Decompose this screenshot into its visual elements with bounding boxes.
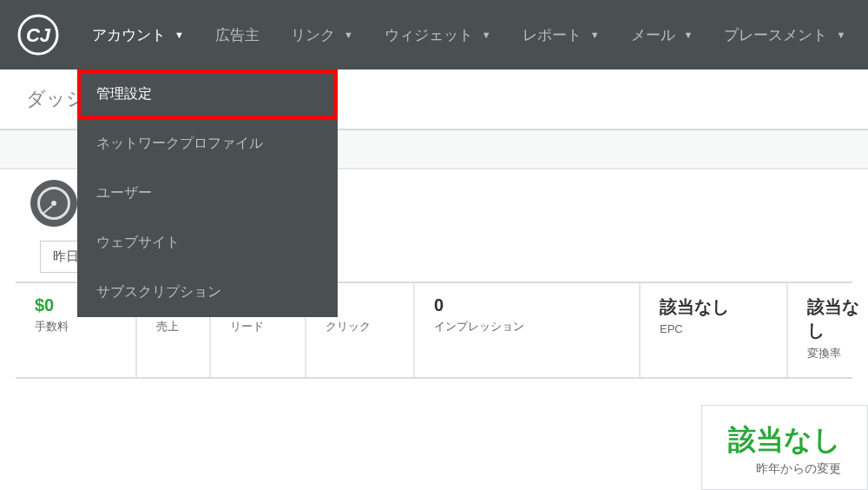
dropdown-admin-settings[interactable]: 管理設定 — [77, 70, 338, 119]
nav-account-label: アカウント — [92, 25, 166, 45]
nav-mail-label: メール — [631, 25, 675, 45]
top-navbar: CJ アカウント ▼ 広告主 リンク ▼ ウィジェット ▼ レポート ▼ メール… — [0, 0, 868, 70]
year-change-value: 該当なし — [728, 421, 841, 460]
nav-reports[interactable]: レポート ▼ — [507, 0, 615, 70]
nav-placements-label: プレースメント — [724, 25, 827, 45]
stat-commission-label: 手数料 — [35, 319, 116, 334]
nav-widgets[interactable]: ウィジェット ▼ — [369, 0, 507, 70]
stat-impressions[interactable]: 0 インプレッション — [415, 283, 641, 377]
nav-links-label: リンク — [291, 25, 335, 45]
stat-conversion-label: 変換率 — [807, 346, 865, 361]
chevron-down-icon: ▼ — [482, 30, 491, 40]
year-change-box: 該当なし 昨年からの変更 — [701, 405, 868, 490]
dropdown-subscriptions[interactable]: サブスクリプション — [77, 268, 338, 317]
stat-epc-value: 該当なし — [660, 295, 767, 319]
chevron-down-icon: ▼ — [174, 30, 184, 40]
chevron-down-icon: ▼ — [836, 30, 845, 40]
nav-mail[interactable]: メール ▼ — [615, 0, 709, 70]
chevron-down-icon: ▼ — [590, 30, 600, 40]
nav-advertisers[interactable]: 広告主 — [200, 0, 275, 70]
chevron-down-icon: ▼ — [344, 30, 353, 40]
stat-sales-label: 売上 — [156, 319, 190, 334]
year-change-label: 昨年からの変更 — [728, 461, 841, 477]
nav-account[interactable]: アカウント ▼ — [76, 0, 200, 70]
chevron-down-icon: ▼ — [684, 30, 694, 40]
nav-links[interactable]: リンク ▼ — [275, 0, 369, 70]
dropdown-users[interactable]: ユーザー — [77, 169, 338, 218]
dashboard-gauge-icon — [30, 180, 77, 227]
dropdown-network-profile[interactable]: ネットワークプロファイル — [77, 119, 338, 169]
nav-advertisers-label: 広告主 — [215, 25, 260, 45]
account-dropdown-menu: 管理設定 ネットワークプロファイル ユーザー ウェブサイト サブスクリプション — [77, 70, 338, 317]
nav-placements[interactable]: プレースメント ▼ — [708, 0, 861, 70]
dropdown-websites[interactable]: ウェブサイト — [77, 218, 338, 268]
date-filter-value: 昨日 — [53, 248, 79, 265]
nav-reports-label: レポート — [523, 25, 582, 45]
stat-leads-label: リード — [230, 319, 286, 334]
svg-text:CJ: CJ — [26, 24, 51, 46]
stat-impressions-value: 0 — [434, 295, 620, 315]
stat-conversion[interactable]: 該当なし 変換率 — [788, 283, 868, 377]
stat-epc-label: EPC — [660, 322, 767, 335]
nav-widgets-label: ウィジェット — [385, 25, 473, 45]
stat-clicks-label: クリック — [326, 319, 394, 334]
stat-impressions-label: インプレッション — [434, 319, 620, 334]
stat-epc[interactable]: 該当なし EPC — [641, 283, 788, 377]
cj-logo[interactable]: CJ — [17, 14, 59, 56]
stat-conversion-value: 該当なし — [807, 295, 865, 342]
